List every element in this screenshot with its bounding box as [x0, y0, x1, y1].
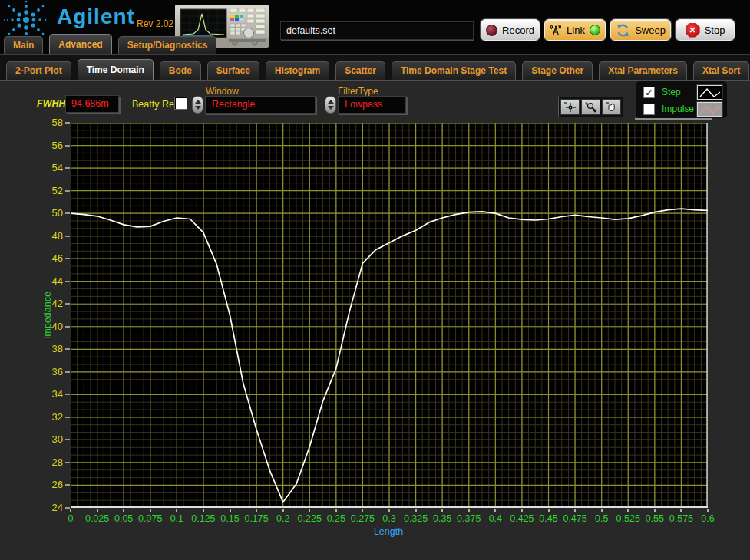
x-tick-mark	[707, 509, 709, 512]
y-tick-mark	[65, 326, 70, 328]
pan-hand-icon	[606, 101, 617, 113]
cursor-crosshair-icon	[563, 101, 577, 113]
zoom-tool-button[interactable]	[581, 99, 600, 115]
sweep-button[interactable]: Sweep	[610, 19, 671, 41]
x-tick-mark	[70, 509, 71, 512]
y-tick-label: 48	[29, 230, 63, 242]
stop-button-label: Stop	[705, 25, 725, 36]
stop-octagon-icon: ✕	[686, 23, 700, 38]
link-button[interactable]: Link	[544, 19, 606, 41]
y-tick-mark	[65, 236, 70, 237]
sweep-cycle-icon	[616, 23, 630, 38]
y-tick-mark	[65, 417, 70, 418]
step-checkbox[interactable]: ✓	[643, 87, 655, 98]
y-tick-label: 58	[29, 117, 63, 129]
subtab-surface[interactable]: Surface	[207, 61, 259, 80]
y-tick-label: 52	[29, 185, 63, 197]
y-tick-mark	[65, 167, 70, 169]
y-tick-label: 24	[29, 502, 63, 514]
impulse-legend-label: Impulse	[662, 104, 697, 114]
y-tick-label: 30	[29, 433, 63, 446]
x-tick-mark	[680, 509, 682, 512]
x-tick-mark	[150, 509, 151, 512]
window-select[interactable]: Rectangle	[205, 96, 316, 114]
top-banner: Agilent Rev 2.02	[0, 0, 750, 54]
step-line-style-box[interactable]	[697, 85, 722, 100]
x-tick-mark	[548, 509, 550, 512]
subtab-xtal-sort[interactable]: Xtal Sort	[693, 61, 749, 80]
zoom-magnifier-icon	[584, 101, 597, 113]
y-tick-mark	[65, 145, 70, 147]
x-tick-mark	[282, 509, 284, 512]
y-tick-mark	[65, 462, 70, 463]
legend-divider	[635, 118, 712, 120]
filtertype-spinner[interactable]	[325, 96, 336, 114]
filtertype-label: FilterType	[338, 86, 378, 97]
y-tick-mark	[65, 484, 70, 486]
subtab-time-domain-stage-test[interactable]: Time Domain Stage Test	[392, 61, 516, 80]
sweep-button-label: Sweep	[635, 25, 666, 36]
y-axis-title: Impedance	[42, 258, 55, 373]
x-tick-mark	[176, 509, 177, 512]
y-tick-label: 34	[29, 388, 63, 400]
x-tick-mark	[468, 509, 470, 512]
filtertype-select[interactable]: Lowpass	[338, 96, 406, 114]
main-tab-bar: MainAdvancedSetup/Diagnostics	[4, 34, 216, 54]
subtab-bode[interactable]: Bode	[160, 61, 201, 80]
x-tick-mark	[362, 509, 363, 512]
record-button[interactable]: Record	[481, 19, 540, 41]
step-legend-label: Step	[662, 87, 697, 97]
record-dot-icon	[486, 25, 497, 36]
x-tick-label: 0.6	[688, 513, 728, 524]
x-axis-title: Length	[358, 526, 419, 537]
subtab-scatter[interactable]: Scatter	[335, 61, 385, 80]
y-tick-mark	[65, 371, 70, 373]
spinner-down-icon[interactable]	[195, 106, 201, 110]
x-tick-mark	[97, 509, 98, 512]
settings-filename-field[interactable]: defaults.set	[280, 21, 474, 40]
subtab-stage-other[interactable]: Stage Other	[522, 61, 593, 80]
y-tick-mark	[65, 212, 70, 214]
y-tick-mark	[65, 258, 70, 259]
impulse-line-style-box[interactable]	[697, 102, 722, 117]
x-tick-mark	[601, 509, 603, 512]
sub-tab-bar: 2-Port PlotTime DomainBodeSurfaceHistogr…	[6, 59, 749, 80]
subtab-time-domain[interactable]: Time Domain	[78, 59, 154, 80]
x-tick-mark	[335, 509, 337, 512]
cursor-crosshair-button[interactable]	[560, 99, 580, 115]
subtab-2-port-plot[interactable]: 2-Port Plot	[6, 61, 71, 80]
x-tick-mark	[627, 509, 629, 512]
x-tick-mark	[123, 509, 124, 512]
revision-label: Rev 2.02	[137, 18, 173, 29]
subtab-histogram[interactable]: Histogram	[266, 61, 329, 80]
tab-advanced[interactable]: Advanced	[49, 34, 111, 54]
x-tick-mark	[309, 509, 310, 512]
spinner-up-icon[interactable]	[195, 100, 201, 104]
x-tick-mark	[441, 509, 443, 512]
x-tick-mark	[654, 509, 656, 512]
y-tick-mark	[65, 439, 70, 440]
link-status-led-icon	[590, 25, 600, 35]
spinner-down-icon[interactable]	[328, 106, 334, 110]
tab-main[interactable]: Main	[4, 36, 43, 54]
application-window: Agilent Rev 2.02	[0, 0, 750, 560]
stop-button[interactable]: ✕ Stop	[676, 19, 735, 41]
tab-setup-diagnostics[interactable]: Setup/Diagnostics	[118, 36, 217, 54]
fwhh-label: FWHH	[37, 98, 66, 109]
y-tick-label: 50	[29, 207, 63, 219]
fwhh-value-field[interactable]: 94.686m	[65, 95, 119, 113]
spinner-up-icon[interactable]	[328, 100, 334, 104]
y-tick-mark	[65, 394, 70, 395]
x-tick-mark	[415, 509, 417, 512]
x-tick-mark	[230, 509, 231, 512]
pan-tool-button[interactable]	[602, 99, 621, 115]
x-tick-mark	[256, 509, 257, 512]
y-tick-mark	[65, 122, 70, 124]
agilent-logo-text: Agilent	[57, 5, 135, 29]
time-domain-plot[interactable]	[71, 123, 708, 508]
subtab-xtal-parameters[interactable]: Xtal Parameters	[599, 61, 687, 80]
beatty-ref-checkbox[interactable]	[174, 97, 187, 110]
window-spinner[interactable]	[192, 96, 203, 114]
impulse-checkbox[interactable]	[643, 104, 655, 115]
antenna-icon	[550, 24, 562, 37]
